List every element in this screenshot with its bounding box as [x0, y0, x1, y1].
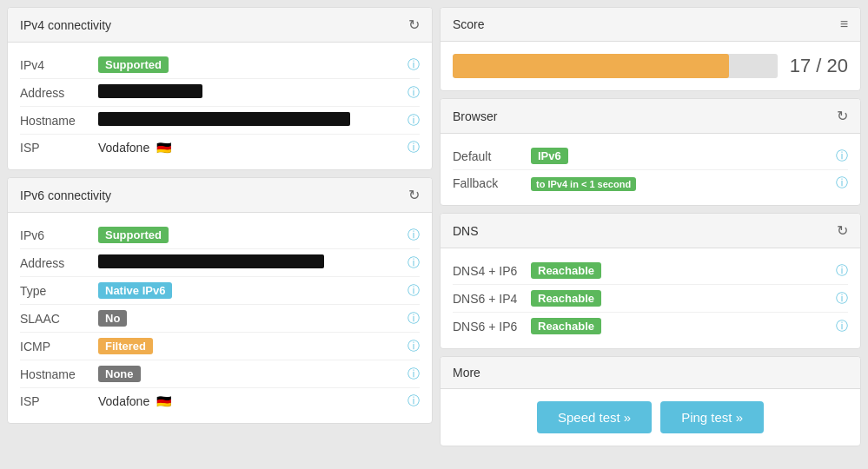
ipv6-header: IPv6 connectivity ↻: [8, 178, 432, 213]
dns-row-1: DNS6 + IP4 Reachable ⓘ: [453, 285, 848, 313]
dns-badge-0: Reachable: [531, 262, 601, 279]
speed-test-button[interactable]: Speed test »: [537, 401, 652, 433]
ipv6-help-type[interactable]: ⓘ: [407, 283, 420, 299]
ipv4-row-hostname: Hostname ⓘ: [20, 107, 420, 135]
browser-badge-fallback: to IPv4 in < 1 second: [531, 177, 636, 191]
ipv6-value-slaac: No: [98, 310, 407, 327]
dns-value-2: Reachable: [531, 318, 836, 334]
score-value: 17 / 20: [790, 55, 848, 77]
browser-badge-default: IPv6: [531, 148, 568, 164]
browser-label-default: Default: [453, 149, 531, 163]
ipv6-help-isp[interactable]: ⓘ: [407, 393, 420, 409]
ipv4-card: IPv4 connectivity ↻ IPv4 Supported ⓘ Add…: [7, 7, 433, 170]
score-bar-fill: [453, 54, 729, 78]
ipv6-label-isp: ISP: [20, 394, 98, 408]
ipv6-help-icmp[interactable]: ⓘ: [407, 339, 420, 354]
ipv4-refresh-icon[interactable]: ↻: [408, 17, 420, 33]
ipv6-label-ipv6: IPv6: [20, 228, 98, 242]
score-header: Score ≡: [441, 8, 860, 42]
ipv6-title: IPv6 connectivity: [20, 188, 111, 202]
more-body: Speed test » Ping test »: [441, 389, 860, 446]
ipv6-value-ipv6: Supported: [98, 227, 407, 243]
ipv6-badge-type: Native IPv6: [98, 282, 172, 299]
ipv4-isp-name: Vodafone: [98, 141, 149, 155]
ipv6-body: IPv6 Supported ⓘ Address ⓘ Type Native I…: [8, 213, 432, 423]
browser-label-fallback: Fallback: [453, 176, 531, 190]
ipv6-card: IPv6 connectivity ↻ IPv6 Supported ⓘ Add…: [7, 177, 433, 424]
ipv6-row-hostname: Hostname None ⓘ: [20, 360, 420, 388]
ipv4-value-hostname: [98, 112, 407, 129]
browser-row-fallback: Fallback to IPv4 in < 1 second ⓘ: [453, 170, 848, 196]
ipv4-help-hostname[interactable]: ⓘ: [407, 113, 420, 129]
browser-refresh-icon[interactable]: ↻: [837, 108, 848, 124]
ipv6-row-slaac: SLAAC No ⓘ: [20, 305, 420, 333]
ipv6-row-address: Address ⓘ: [20, 249, 420, 277]
dns-body: DNS4 + IP6 Reachable ⓘ DNS6 + IP4 Reacha…: [441, 248, 860, 348]
browser-title: Browser: [453, 109, 497, 123]
ipv6-label-hostname: Hostname: [20, 367, 98, 381]
ipv6-row-icmp: ICMP Filtered ⓘ: [20, 333, 420, 360]
dns-refresh-icon[interactable]: ↻: [837, 222, 848, 239]
ipv4-value-address: [98, 84, 407, 101]
more-btn-row: Speed test » Ping test »: [453, 401, 848, 433]
dns-row-2: DNS6 + IP6 Reachable ⓘ: [453, 313, 848, 340]
browser-help-fallback[interactable]: ⓘ: [836, 175, 848, 191]
ipv4-value-isp: Vodafone 🇩🇪: [98, 141, 407, 155]
dns-title: DNS: [453, 224, 479, 238]
ipv4-row-isp: ISP Vodafone 🇩🇪 ⓘ: [20, 135, 420, 161]
ipv6-help-address[interactable]: ⓘ: [407, 255, 420, 271]
ipv6-value-address: [98, 254, 407, 271]
dns-help-1[interactable]: ⓘ: [836, 291, 848, 307]
browser-row-default: Default IPv6 ⓘ: [453, 142, 848, 170]
ipv4-value-ipv4: Supported: [98, 56, 407, 73]
browser-value-default: IPv6: [531, 148, 836, 164]
ipv6-row-isp: ISP Vodafone 🇩🇪 ⓘ: [20, 388, 420, 414]
dns-help-0[interactable]: ⓘ: [836, 263, 848, 279]
ipv4-redacted-address: [98, 84, 202, 98]
browser-body: Default IPv6 ⓘ Fallback to IPv4 in < 1 s…: [441, 134, 860, 205]
ipv6-help-hostname[interactable]: ⓘ: [407, 367, 420, 382]
list-icon[interactable]: ≡: [840, 17, 848, 32]
dns-help-2[interactable]: ⓘ: [836, 319, 848, 334]
browser-help-default[interactable]: ⓘ: [836, 149, 848, 164]
dns-row-0: DNS4 + IP6 Reachable ⓘ: [453, 257, 848, 285]
ipv6-badge-supported: Supported: [98, 227, 169, 243]
dns-label-0: DNS4 + IP6: [453, 264, 531, 278]
dns-badge-1: Reachable: [531, 290, 601, 307]
more-title: More: [453, 366, 480, 380]
ipv4-help-address[interactable]: ⓘ: [407, 85, 420, 101]
ipv4-label-address: Address: [20, 86, 98, 100]
ipv4-label-ipv4: IPv4: [20, 58, 98, 72]
ipv6-label-address: Address: [20, 256, 98, 270]
score-card: Score ≡ 17 / 20: [440, 7, 861, 91]
score-title: Score: [453, 17, 485, 31]
ipv6-badge-hostname: None: [98, 366, 141, 382]
left-panel: IPv4 connectivity ↻ IPv4 Supported ⓘ Add…: [7, 7, 433, 462]
ipv4-isp-flag: 🇩🇪: [156, 141, 171, 155]
ipv6-value-hostname: None: [98, 366, 407, 382]
dns-badge-2: Reachable: [531, 318, 601, 334]
ipv6-label-icmp: ICMP: [20, 340, 98, 353]
ipv6-help-slaac[interactable]: ⓘ: [407, 311, 420, 327]
ipv4-header: IPv4 connectivity ↻: [8, 8, 432, 43]
ipv4-redacted-hostname: [98, 112, 350, 126]
ipv4-help-isp[interactable]: ⓘ: [407, 140, 420, 155]
ipv4-row-address: Address ⓘ: [20, 79, 420, 107]
dns-value-0: Reachable: [531, 262, 836, 279]
dns-label-2: DNS6 + IP6: [453, 320, 531, 334]
more-card: More Speed test » Ping test »: [440, 356, 861, 446]
ipv6-row-type: Type Native IPv6 ⓘ: [20, 277, 420, 305]
ipv6-refresh-icon[interactable]: ↻: [408, 187, 420, 203]
browser-card: Browser ↻ Default IPv6 ⓘ Fallback to IPv…: [440, 98, 861, 206]
ping-test-button[interactable]: Ping test »: [660, 401, 764, 433]
browser-value-fallback: to IPv4 in < 1 second: [531, 176, 836, 191]
ipv4-help-ipv4[interactable]: ⓘ: [407, 57, 420, 73]
ipv6-help-ipv6[interactable]: ⓘ: [407, 228, 420, 243]
ipv4-row-ipv4: IPv4 Supported ⓘ: [20, 51, 420, 79]
dns-card: DNS ↻ DNS4 + IP6 Reachable ⓘ DNS6 + IP4 …: [440, 213, 861, 349]
ipv6-label-slaac: SLAAC: [20, 312, 98, 326]
ipv4-title: IPv4 connectivity: [20, 18, 111, 32]
score-bar-track: [453, 54, 778, 78]
ipv6-isp-flag: 🇩🇪: [156, 394, 171, 408]
score-bar-container: 17 / 20: [441, 42, 860, 90]
